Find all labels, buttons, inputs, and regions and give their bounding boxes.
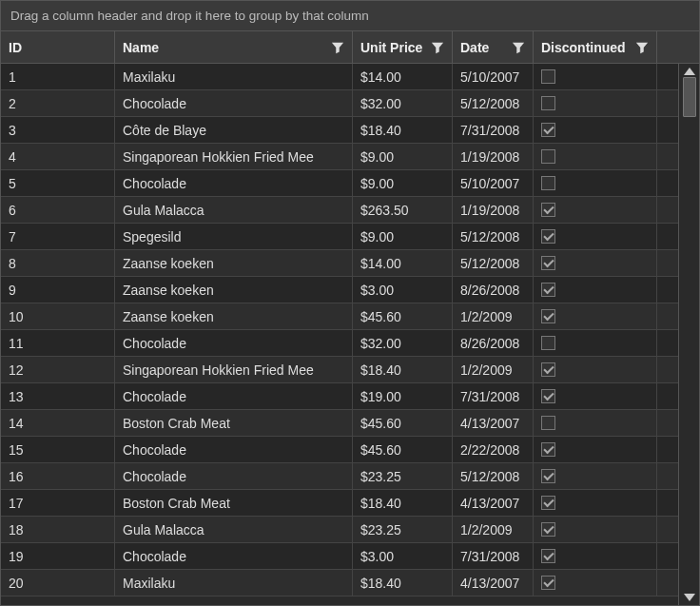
discontinued-checkbox[interactable] bbox=[541, 416, 555, 430]
cell-id: 20 bbox=[1, 570, 115, 596]
table-row[interactable]: 16Chocolade$23.255/12/2008 bbox=[1, 463, 678, 490]
discontinued-checkbox[interactable] bbox=[541, 283, 555, 297]
cell-name: Chocolade bbox=[115, 90, 353, 116]
cell-spacer bbox=[657, 570, 678, 596]
column-header-discontinued-label: Discontinued bbox=[541, 40, 626, 55]
cell-date: 1/19/2008 bbox=[453, 144, 534, 169]
table-row[interactable]: 20Maxilaku$18.404/13/2007 bbox=[1, 570, 678, 596]
discontinued-checkbox[interactable] bbox=[541, 149, 555, 164]
cell-discontinued bbox=[534, 330, 657, 356]
discontinued-checkbox[interactable] bbox=[541, 469, 555, 483]
discontinued-checkbox[interactable] bbox=[541, 336, 555, 350]
discontinued-checkbox[interactable] bbox=[541, 576, 555, 590]
cell-name: Chocolade bbox=[115, 170, 353, 196]
group-by-panel[interactable]: Drag a column header and drop it here to… bbox=[1, 1, 699, 31]
discontinued-checkbox[interactable] bbox=[541, 496, 555, 510]
vertical-scrollbar[interactable] bbox=[678, 64, 699, 605]
column-header-id[interactable]: ID bbox=[1, 31, 115, 63]
table-row[interactable]: 18Gula Malacca$23.251/2/2009 bbox=[1, 517, 678, 543]
column-header-discontinued[interactable]: Discontinued bbox=[534, 31, 657, 63]
discontinued-checkbox[interactable] bbox=[541, 229, 555, 244]
cell-date: 7/31/2008 bbox=[453, 117, 534, 143]
cell-discontinued bbox=[534, 543, 657, 569]
cell-discontinued bbox=[534, 117, 657, 143]
table-row[interactable]: 17Boston Crab Meat$18.404/13/2007 bbox=[1, 490, 678, 517]
cell-discontinued bbox=[534, 250, 657, 276]
discontinued-checkbox[interactable] bbox=[541, 123, 555, 137]
cell-date: 2/22/2008 bbox=[453, 437, 534, 462]
scroll-up-arrow-icon[interactable] bbox=[684, 68, 695, 75]
column-header-unit-price[interactable]: Unit Price bbox=[353, 31, 453, 63]
scroll-track[interactable] bbox=[679, 75, 699, 594]
cell-unit-price: $263.50 bbox=[353, 197, 453, 223]
discontinued-checkbox[interactable] bbox=[541, 442, 555, 457]
cell-id: 15 bbox=[1, 437, 115, 462]
table-row[interactable]: 1Maxilaku$14.005/10/2007 bbox=[1, 64, 678, 90]
cell-id: 19 bbox=[1, 543, 115, 569]
table-row[interactable]: 6Gula Malacca$263.501/19/2008 bbox=[1, 197, 678, 224]
cell-name: Zaanse koeken bbox=[115, 303, 353, 329]
group-by-hint: Drag a column header and drop it here to… bbox=[10, 9, 369, 23]
cell-spacer bbox=[657, 517, 678, 542]
cell-discontinued bbox=[534, 64, 657, 89]
scroll-down-arrow-icon[interactable] bbox=[684, 594, 695, 601]
cell-name: Zaanse koeken bbox=[115, 277, 353, 303]
filter-icon[interactable] bbox=[512, 41, 525, 54]
discontinued-checkbox[interactable] bbox=[541, 176, 555, 190]
table-row[interactable]: 15Chocolade$45.602/22/2008 bbox=[1, 437, 678, 463]
discontinued-checkbox[interactable] bbox=[541, 522, 555, 537]
cell-date: 5/12/2008 bbox=[453, 463, 534, 489]
table-row[interactable]: 10Zaanse koeken$45.601/2/2009 bbox=[1, 303, 678, 330]
discontinued-checkbox[interactable] bbox=[541, 256, 555, 270]
cell-name: Chocolade bbox=[115, 330, 353, 356]
filter-icon[interactable] bbox=[331, 41, 344, 54]
cell-date: 1/2/2009 bbox=[453, 517, 534, 542]
cell-id: 16 bbox=[1, 463, 115, 489]
cell-spacer bbox=[657, 383, 678, 409]
table-row[interactable]: 9Zaanse koeken$3.008/26/2008 bbox=[1, 277, 678, 303]
data-grid: Drag a column header and drop it here to… bbox=[0, 0, 700, 606]
scroll-thumb[interactable] bbox=[683, 77, 696, 117]
cell-spacer bbox=[657, 90, 678, 116]
cell-unit-price: $23.25 bbox=[353, 517, 453, 542]
discontinued-checkbox[interactable] bbox=[541, 203, 555, 217]
table-row[interactable]: 4Singaporean Hokkien Fried Mee$9.001/19/… bbox=[1, 144, 678, 170]
column-header-date-label: Date bbox=[460, 40, 489, 55]
column-header-date[interactable]: Date bbox=[453, 31, 534, 63]
table-row[interactable]: 5Chocolade$9.005/10/2007 bbox=[1, 170, 678, 197]
table-row[interactable]: 7Spegesild$9.005/12/2008 bbox=[1, 224, 678, 250]
discontinued-checkbox[interactable] bbox=[541, 362, 555, 377]
cell-unit-price: $14.00 bbox=[353, 250, 453, 276]
filter-icon[interactable] bbox=[431, 41, 444, 54]
cell-id: 14 bbox=[1, 410, 115, 436]
cell-spacer bbox=[657, 463, 678, 489]
table-row[interactable]: 2Chocolade$32.005/12/2008 bbox=[1, 90, 678, 117]
cell-unit-price: $18.40 bbox=[353, 490, 453, 516]
cell-unit-price: $23.25 bbox=[353, 463, 453, 489]
cell-spacer bbox=[657, 144, 678, 169]
cell-unit-price: $3.00 bbox=[353, 277, 453, 303]
discontinued-checkbox[interactable] bbox=[541, 389, 555, 403]
table-row[interactable]: 12Singaporean Hokkien Fried Mee$18.401/2… bbox=[1, 357, 678, 383]
filter-icon[interactable] bbox=[635, 41, 649, 54]
discontinued-checkbox[interactable] bbox=[541, 96, 555, 110]
discontinued-checkbox[interactable] bbox=[541, 309, 555, 323]
discontinued-checkbox[interactable] bbox=[541, 69, 555, 84]
table-row[interactable]: 3Côte de Blaye$18.407/31/2008 bbox=[1, 117, 678, 144]
column-header-name[interactable]: Name bbox=[115, 31, 353, 63]
table-row[interactable]: 14Boston Crab Meat$45.604/13/2007 bbox=[1, 410, 678, 437]
cell-id: 5 bbox=[1, 170, 115, 196]
discontinued-checkbox[interactable] bbox=[541, 549, 555, 563]
cell-discontinued bbox=[534, 170, 657, 196]
table-row[interactable]: 8Zaanse koeken$14.005/12/2008 bbox=[1, 250, 678, 277]
cell-id: 9 bbox=[1, 277, 115, 303]
cell-id: 6 bbox=[1, 197, 115, 223]
column-header-id-label: ID bbox=[9, 40, 22, 55]
cell-id: 7 bbox=[1, 224, 115, 249]
cell-date: 5/12/2008 bbox=[453, 224, 534, 249]
cell-spacer bbox=[657, 250, 678, 276]
table-row[interactable]: 19Chocolade$3.007/31/2008 bbox=[1, 543, 678, 570]
cell-date: 7/31/2008 bbox=[453, 543, 534, 569]
table-row[interactable]: 11Chocolade$32.008/26/2008 bbox=[1, 330, 678, 357]
table-row[interactable]: 13Chocolade$19.007/31/2008 bbox=[1, 383, 678, 410]
